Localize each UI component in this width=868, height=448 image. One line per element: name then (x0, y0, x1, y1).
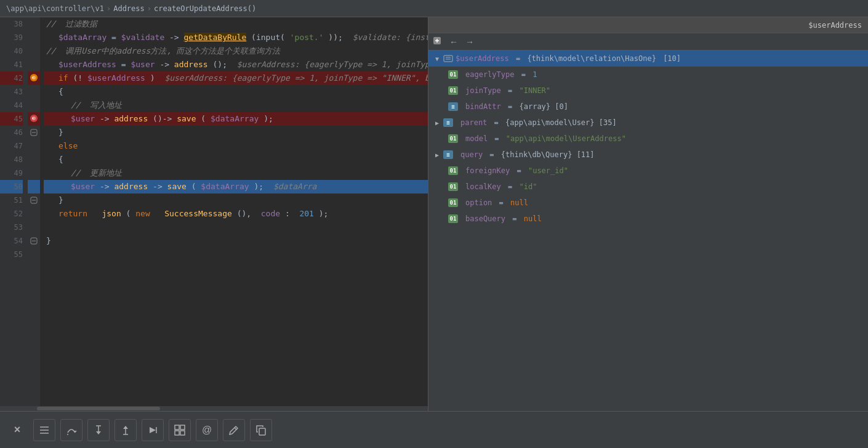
svg-marker-22 (96, 431, 101, 434)
tree-item-query[interactable]: ▶ ≡ query = {think\db\Query} [11] (428, 147, 868, 163)
tree-item-val-4: "app\api\model\UserAddress" (506, 134, 626, 143)
list-icon (38, 424, 50, 436)
copy-button[interactable] (250, 419, 272, 441)
frames-button[interactable] (169, 419, 191, 441)
code-line-53 (44, 221, 428, 234)
debug-panel: $userAddress ← → ▼ (428, 17, 868, 411)
tree-item-key-1: joinType (465, 86, 501, 95)
code-line-39: $dataArray = $validate -> getDataByRule … (44, 31, 428, 44)
tree-item-parent[interactable]: ▶ ≡ parent = {app\api\model\User} [35] (428, 115, 868, 131)
copy-icon (255, 424, 267, 436)
breadcrumb-method: createOrUpdateAddress() (154, 4, 256, 13)
svg-rect-29 (180, 425, 185, 430)
code-line-54: } (44, 234, 428, 248)
scrollbar-thumb[interactable] (40, 407, 160, 410)
breadcrumb-page[interactable]: Address (113, 4, 145, 13)
tree-item-foreignkey[interactable]: 01 foreignKey = "user_id" (428, 163, 868, 179)
svg-rect-31 (180, 431, 185, 435)
tree-item-localkey[interactable]: 01 localKey = "id" (428, 179, 868, 195)
edit-icon (228, 424, 240, 436)
step-into-icon (92, 424, 105, 436)
close-button[interactable]: × (6, 419, 28, 441)
code-area: 38 39 40 41 42 43 44 45 46 47 48 49 50 5… (0, 17, 428, 411)
tree-item-icon-3: ≡ (443, 118, 453, 127)
svg-rect-30 (175, 431, 179, 435)
tree-item-key-0: eagerlyType (465, 70, 514, 79)
tree-item-val-0: 1 (532, 70, 537, 79)
tree-root-row[interactable]: ▼ $userAddress = {think\model\relation\H… (428, 51, 868, 67)
code-line-46: } (44, 126, 428, 139)
tree-root-icon (443, 55, 453, 62)
tree-item-icon-1: 01 (448, 86, 458, 95)
tree-arrow-query[interactable]: ▶ (433, 151, 441, 158)
tree-item-option[interactable]: 01 option = null (428, 195, 868, 211)
frames-icon (174, 424, 186, 436)
step-into-button[interactable] (87, 419, 110, 441)
svg-marker-25 (123, 426, 128, 429)
step-out-icon (119, 424, 132, 436)
tree-arrow-parent[interactable]: ▶ (433, 119, 441, 126)
debug-back-button[interactable]: ← (447, 36, 460, 48)
step-over-icon (65, 424, 78, 436)
fold-icon-46 (30, 128, 38, 137)
code-line-40: // 调用User中的address方法, 而这个方法是个关联查询方法 (44, 44, 428, 58)
run-to-cursor-button[interactable] (142, 419, 164, 441)
tree-item-key-3: parent (460, 118, 487, 127)
breadcrumb-path: \app\api\controller\v1 (6, 4, 104, 13)
tree-item-key-4: model (465, 134, 488, 143)
debug-tree: ▼ $userAddress = {think\model\relation\H… (428, 51, 868, 411)
tree-root-eq: = (512, 54, 525, 63)
breakpoint-icon-42 (30, 73, 38, 84)
tree-item-val-6: "user_id" (528, 166, 568, 175)
code-line-38: // 过滤数据 (44, 17, 428, 31)
tree-item-icon-7: 01 (448, 182, 458, 191)
list-icon (443, 55, 453, 62)
line-numbers: 38 39 40 41 42 43 44 45 46 47 48 49 50 5… (0, 17, 28, 411)
tree-item-icon-0: 01 (448, 70, 458, 79)
editor-panel: 38 39 40 41 42 43 44 45 46 47 48 49 50 5… (0, 17, 428, 411)
tree-item-key-2: bindAttr (465, 102, 501, 111)
breadcrumb-sep1: › (106, 4, 111, 13)
code-line-55 (44, 248, 428, 261)
tree-item-key-9: baseQuery (465, 214, 505, 223)
edit-button[interactable] (223, 419, 245, 441)
tree-root-arrow[interactable]: ▼ (433, 55, 441, 62)
tree-item-key-6: foreignKey (465, 166, 510, 175)
debug-title-bar: $userAddress (428, 17, 868, 33)
tree-item-val-9: null (524, 214, 542, 223)
step-out-button[interactable] (115, 419, 137, 441)
tree-item-key-8: option (465, 198, 492, 207)
svg-marker-19 (73, 431, 77, 433)
tree-root-class: {think\model\relation\HasOne} (527, 54, 656, 63)
gutter-marks (28, 17, 40, 411)
tree-item-model[interactable]: 01 model = "app\api\model\UserAddress" (428, 131, 868, 147)
tree-item-val-8: null (510, 198, 528, 207)
tree-item-icon-2: ≡ (448, 102, 458, 111)
code-line-41: $userAddress = $user -> address (); $use… (44, 58, 428, 71)
svg-rect-33 (259, 428, 265, 435)
code-line-49: // 更新地址 (44, 166, 428, 180)
tree-item-key-7: localKey (465, 182, 501, 191)
tree-item-basequery[interactable]: 01 baseQuery = null (428, 211, 868, 227)
horizontal-scrollbar[interactable] (40, 406, 428, 411)
tree-item-jointype[interactable]: 01 joinType = "INNER" (428, 83, 868, 99)
svg-rect-13 (444, 55, 452, 62)
list-button[interactable] (33, 419, 55, 441)
debug-toolbar: ← → (428, 33, 868, 51)
code-line-44: // 写入地址 (44, 99, 428, 112)
tree-item-val-3: {app\api\model\User} [35] (505, 118, 617, 127)
debug-title: $userAddress (808, 21, 862, 30)
tree-item-eagerlytype[interactable]: 01 eagerlyType = 1 (428, 67, 868, 83)
tree-item-icon-8: 01 (448, 198, 458, 207)
debug-forward-button[interactable]: → (463, 36, 476, 48)
breadcrumb-sep2: › (147, 4, 151, 13)
tree-item-val-2: {array} [0] (519, 102, 568, 111)
tree-item-icon-9: 01 (448, 214, 458, 223)
code-line-42: if (! $userAddress ) $userAddress: {eage… (44, 71, 428, 85)
at-button[interactable]: @ (196, 419, 218, 441)
tree-item-val-5: {think\db\Query} [11] (501, 150, 595, 159)
code-line-48: { (44, 153, 428, 166)
tree-item-bindattr[interactable]: ≡ bindAttr = {array} [0] (428, 99, 868, 115)
fold-icon-54 (30, 237, 38, 245)
step-over-button[interactable] (60, 419, 82, 441)
